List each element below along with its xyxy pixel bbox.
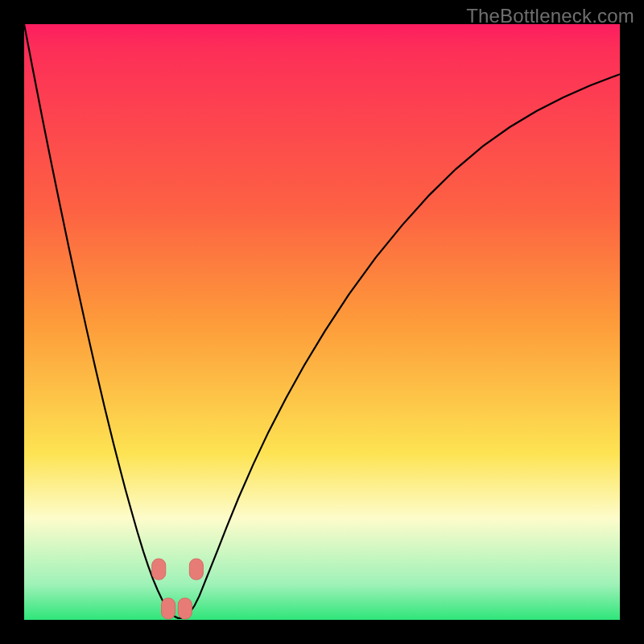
curve-markers (152, 559, 204, 619)
plot-area (24, 24, 620, 620)
bottleneck-curve (24, 24, 620, 618)
curve-marker (152, 559, 166, 580)
curve-marker (189, 559, 203, 580)
chart-svg (24, 24, 620, 620)
outer-frame: TheBottleneck.com (0, 0, 644, 644)
curve-marker (178, 598, 192, 619)
curve-marker (162, 598, 175, 619)
